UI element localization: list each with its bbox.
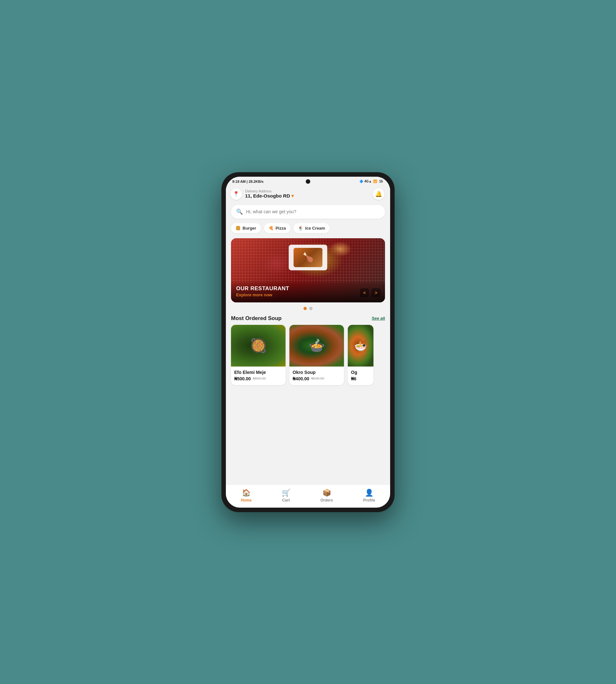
phone-frame: 9:18 AM | 28.2KB/s 🔷 4G▲ 📶 15 📍 Delivery bbox=[221, 172, 395, 512]
signal-icon: 4G▲ bbox=[365, 180, 372, 183]
food-card-body-okro: Okro Soup ₦400.00 ₦500.00 bbox=[289, 367, 344, 385]
orders-icon: 📦 bbox=[323, 489, 331, 497]
burger-label: Burger bbox=[243, 226, 256, 231]
address-info: Delivery Address 11, Ede-Osogbo RD ▾ bbox=[245, 189, 294, 199]
food-efo-image: 🥘 bbox=[231, 325, 286, 367]
search-wrap: 🔍 bbox=[226, 203, 390, 222]
dot-1 bbox=[304, 307, 307, 310]
status-time: 9:18 AM | 28.2KB/s bbox=[232, 180, 263, 183]
search-icon: 🔍 bbox=[236, 208, 243, 215]
food-okro-image: 🍲 bbox=[289, 325, 344, 367]
ogbono-prices: ₦6 bbox=[351, 376, 370, 381]
status-right: 🔷 4G▲ 📶 15 bbox=[359, 180, 384, 183]
header: 📍 Delivery Address 11, Ede-Osogbo RD ▾ 🔔 bbox=[226, 185, 390, 203]
banner-dots bbox=[226, 304, 390, 313]
nav-profile[interactable]: 👤 Profile bbox=[358, 488, 380, 503]
food-card-body-ogbono: Og ₦6 bbox=[348, 367, 373, 385]
category-ice-cream[interactable]: 🍨 Ice Cream bbox=[293, 223, 330, 233]
banner-next-button[interactable]: > bbox=[372, 288, 380, 297]
see-all-link[interactable]: See all bbox=[372, 316, 385, 321]
banner-prev-button[interactable]: < bbox=[360, 288, 369, 297]
okro-old-price: ₦500.00 bbox=[311, 377, 324, 381]
notification-button[interactable]: 🔔 bbox=[373, 188, 384, 200]
phone-screen: 9:18 AM | 28.2KB/s 🔷 4G▲ 📶 15 📍 Delivery bbox=[226, 177, 390, 508]
food-ogbono-image: 🍜 bbox=[348, 325, 373, 367]
efo-old-price: ₦800.00 bbox=[253, 377, 266, 381]
profile-label: Profile bbox=[363, 498, 375, 502]
profile-icon: 👤 bbox=[365, 489, 373, 497]
bell-icon: 🔔 bbox=[375, 190, 382, 198]
orders-label: Orders bbox=[321, 498, 333, 502]
efo-emoji: 🥘 bbox=[250, 338, 267, 354]
location-icon: 📍 bbox=[233, 191, 239, 197]
category-pizza[interactable]: 🍕 Pizza bbox=[264, 223, 291, 233]
categories-row: 🍔 Burger 🍕 Pizza 🍨 Ice Cream bbox=[226, 222, 390, 236]
promo-banner[interactable]: 🍗 OUR RESTAURANT Explore more now < > bbox=[231, 238, 385, 302]
search-bar[interactable]: 🔍 bbox=[231, 205, 385, 219]
ogbono-current-price: ₦6 bbox=[351, 376, 356, 381]
food-card-body-efo: Efo Elemi Meje ₦500.00 ₦800.00 bbox=[231, 367, 286, 385]
ogbono-emoji: 🍜 bbox=[354, 340, 367, 352]
battery-icon: 15 bbox=[378, 180, 384, 183]
location-icon-wrap: 📍 bbox=[230, 188, 242, 200]
banner-navigation: < > bbox=[360, 288, 380, 297]
search-input[interactable] bbox=[246, 209, 380, 214]
pizza-label: Pizza bbox=[276, 226, 286, 231]
food-visual: 🍗 bbox=[293, 248, 323, 267]
ice-cream-label: Ice Cream bbox=[305, 226, 325, 231]
food-card-ogbono[interactable]: 🍜 Og ₦6 bbox=[348, 325, 373, 385]
pizza-emoji: 🍕 bbox=[268, 226, 274, 231]
camera-notch bbox=[306, 179, 310, 184]
banner-title: OUR RESTAURANT bbox=[236, 286, 380, 292]
home-label: Home bbox=[241, 498, 251, 502]
address-value[interactable]: 11, Ede-Osogbo RD ▾ bbox=[245, 193, 294, 199]
delivery-label: Delivery Address bbox=[245, 189, 294, 193]
app-content: 📍 Delivery Address 11, Ede-Osogbo RD ▾ 🔔 bbox=[226, 185, 390, 484]
header-left: 📍 Delivery Address 11, Ede-Osogbo RD ▾ bbox=[230, 188, 294, 200]
soup-section-header: Most Ordered Soup See all bbox=[226, 313, 390, 325]
burger-emoji: 🍔 bbox=[236, 226, 241, 231]
efo-current-price: ₦500.00 bbox=[234, 376, 251, 381]
cart-icon: 🛒 bbox=[282, 489, 290, 497]
nav-cart[interactable]: 🛒 Cart bbox=[277, 488, 295, 503]
nav-orders[interactable]: 📦 Orders bbox=[315, 488, 338, 503]
food-card-okro[interactable]: 🍲 Okro Soup ₦400.00 ₦500.00 bbox=[289, 325, 344, 385]
status-left: 9:18 AM | 28.2KB/s bbox=[232, 180, 263, 183]
okro-name: Okro Soup bbox=[292, 370, 341, 375]
ogbono-name: Og bbox=[351, 370, 370, 375]
bottom-navigation: 🏠 Home 🛒 Cart 📦 Orders 👤 Profile bbox=[226, 484, 390, 508]
dot-2 bbox=[309, 307, 312, 310]
okro-emoji: 🍲 bbox=[308, 338, 325, 354]
nav-home[interactable]: 🏠 Home bbox=[236, 488, 257, 503]
okro-prices: ₦400.00 ₦500.00 bbox=[292, 376, 341, 381]
cart-label: Cart bbox=[282, 498, 290, 502]
category-burger[interactable]: 🍔 Burger bbox=[231, 223, 261, 233]
dropdown-chevron: ▾ bbox=[291, 193, 294, 199]
wifi-icon: 📶 bbox=[373, 180, 377, 183]
ice-cream-emoji: 🍨 bbox=[298, 226, 303, 231]
okro-current-price: ₦400.00 bbox=[292, 376, 309, 381]
food-list: 🥘 Efo Elemi Meje ₦500.00 ₦800.00 🍲 bbox=[226, 325, 390, 390]
home-icon: 🏠 bbox=[242, 489, 250, 497]
banner-wrap: 🍗 OUR RESTAURANT Explore more now < > bbox=[226, 236, 390, 304]
bluetooth-icon: 🔷 bbox=[359, 180, 363, 183]
banner-subtitle: Explore more now bbox=[236, 293, 380, 297]
soup-section-title: Most Ordered Soup bbox=[231, 315, 282, 322]
food-card-efo[interactable]: 🥘 Efo Elemi Meje ₦500.00 ₦800.00 bbox=[231, 325, 286, 385]
plate-visual: 🍗 bbox=[289, 245, 327, 270]
efo-prices: ₦500.00 ₦800.00 bbox=[234, 376, 282, 381]
efo-name: Efo Elemi Meje bbox=[234, 370, 282, 375]
